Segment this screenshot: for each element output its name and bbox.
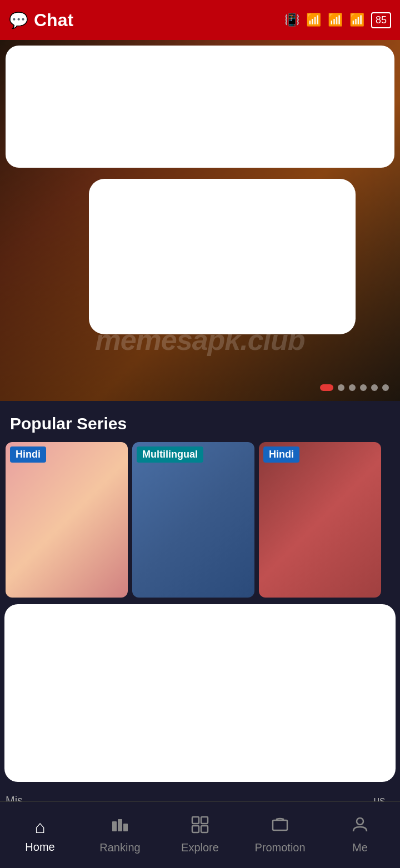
promotion-label: Promotion bbox=[254, 841, 305, 854]
svg-rect-0 bbox=[112, 821, 117, 831]
svg-rect-4 bbox=[201, 817, 208, 824]
series-badge-3: Hindi bbox=[263, 446, 299, 463]
dot-6[interactable] bbox=[382, 384, 389, 391]
home-label: Home bbox=[25, 841, 54, 854]
series-big-overlay bbox=[4, 604, 396, 782]
status-bar-left: 💬 Chat bbox=[9, 10, 73, 31]
signal-icon-1: 📶 bbox=[328, 13, 343, 27]
svg-rect-3 bbox=[192, 817, 199, 824]
hero-white-box-2 bbox=[89, 179, 356, 334]
nav-me[interactable]: Me bbox=[320, 816, 400, 854]
hero-white-box-1 bbox=[6, 46, 394, 168]
nav-ranking[interactable]: Ranking bbox=[80, 816, 160, 854]
series-badge-1: Hindi bbox=[10, 446, 46, 463]
series-badge-2: Multilingual bbox=[137, 446, 203, 463]
popular-series-title: Popular Series bbox=[0, 401, 400, 442]
status-bar-right: 📳 📶 📶 📶 85 bbox=[284, 12, 391, 28]
me-icon bbox=[351, 816, 369, 838]
popular-series-section: Popular Series Hindi Multilingual Hindi … bbox=[0, 401, 400, 807]
nav-explore[interactable]: Explore bbox=[160, 816, 240, 854]
me-label: Me bbox=[352, 841, 368, 854]
nav-home[interactable]: ⌂ Home bbox=[0, 817, 80, 854]
svg-rect-7 bbox=[273, 820, 287, 830]
hero-banner: memesapk.club bbox=[0, 40, 400, 401]
series-card-1[interactable]: Hindi bbox=[6, 442, 128, 598]
carousel-dots bbox=[320, 384, 389, 391]
wifi-icon: 📶 bbox=[306, 13, 321, 27]
bottom-nav: ⌂ Home Ranking Explore bbox=[0, 801, 400, 868]
signal-icon-2: 📶 bbox=[349, 13, 364, 27]
dot-2[interactable] bbox=[338, 384, 344, 391]
explore-label: Explore bbox=[181, 841, 219, 854]
series-card-2[interactable]: Multilingual bbox=[132, 442, 254, 598]
content-area: Popular Series Hindi Multilingual Hindi … bbox=[0, 401, 400, 868]
promotion-icon bbox=[271, 816, 289, 838]
svg-rect-2 bbox=[123, 824, 128, 831]
app-title: Chat bbox=[34, 10, 73, 31]
ranking-label: Ranking bbox=[99, 841, 140, 854]
status-bar: 💬 Chat 📳 📶 📶 📶 85 bbox=[0, 0, 400, 40]
home-icon: ⌂ bbox=[34, 817, 45, 837]
svg-rect-5 bbox=[192, 826, 199, 832]
dot-1[interactable] bbox=[320, 384, 333, 391]
series-row-1: Hindi Multilingual Hindi bbox=[0, 442, 400, 598]
svg-rect-1 bbox=[118, 819, 122, 831]
nav-promotion[interactable]: Promotion bbox=[240, 816, 320, 854]
chat-icon: 💬 bbox=[9, 11, 28, 29]
vibrate-icon: 📳 bbox=[284, 13, 299, 27]
dot-3[interactable] bbox=[349, 384, 356, 391]
ranking-icon bbox=[111, 816, 129, 838]
svg-point-8 bbox=[357, 818, 363, 825]
dot-4[interactable] bbox=[360, 384, 367, 391]
dot-5[interactable] bbox=[371, 384, 378, 391]
series-card-3[interactable]: Hindi bbox=[259, 442, 381, 598]
explore-icon bbox=[191, 816, 209, 838]
battery-badge: 85 bbox=[371, 12, 391, 28]
svg-rect-6 bbox=[201, 826, 208, 832]
